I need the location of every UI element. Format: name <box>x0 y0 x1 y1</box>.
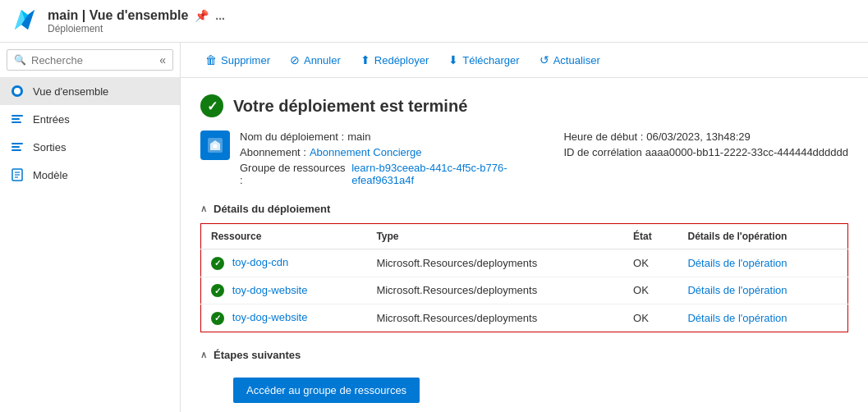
svg-rect-6 <box>11 118 20 120</box>
details-section-header[interactable]: ∧ Détails du déploiement <box>200 203 848 215</box>
collapse-button[interactable]: « <box>159 53 166 66</box>
search-icon: 🔍 <box>14 54 26 66</box>
sidebar-item-template-label: Modèle <box>33 169 68 181</box>
state-cell: OK <box>623 249 677 277</box>
deployment-name-value: main <box>347 130 370 143</box>
deployment-name-label: Nom du déploiement : <box>240 130 344 143</box>
svg-rect-8 <box>11 143 23 144</box>
deployment-success-banner: ✓ Votre déploiement est terminé <box>200 94 848 117</box>
search-input[interactable] <box>31 54 154 66</box>
details-chevron-icon: ∧ <box>200 204 207 214</box>
resource-group-link[interactable]: learn-b93ceeab-441c-4f5c-b776-efeaf9631a… <box>351 162 563 186</box>
download-label: Télécharger <box>462 54 519 66</box>
type-cell: Microsoft.Resources/deployments <box>366 304 623 332</box>
page-subtitle: Déploiement <box>48 23 225 34</box>
operation-link[interactable]: Détails de l'opération <box>687 312 787 324</box>
cancel-button[interactable]: ⊘ Annuler <box>282 49 349 71</box>
type-cell: Microsoft.Resources/deployments <box>366 249 623 277</box>
cancel-label: Annuler <box>304 54 341 66</box>
correlation-id-value: aaaa0000-bb11-2222-33cc-444444dddddd <box>645 146 848 158</box>
operation-cell: Détails de l'opération <box>677 304 847 332</box>
operation-cell: Détails de l'opération <box>677 277 847 304</box>
overview-icon <box>10 84 25 98</box>
content-area: ✓ Votre déploiement est terminé Nom du d… <box>181 78 868 412</box>
row-status-icon: ✓ <box>211 312 224 325</box>
start-time-row: Heure de début : 06/03/2023, 13h48:29 <box>563 130 848 143</box>
row-status-icon: ✓ <box>211 257 224 270</box>
start-time-label: Heure de début : <box>563 130 643 143</box>
main-content: 🗑 Supprimer ⊘ Annuler ⬆ Redéployer ⬇ Tél… <box>181 43 868 412</box>
toolbar: 🗑 Supprimer ⊘ Annuler ⬆ Redéployer ⬇ Tél… <box>181 43 868 78</box>
delete-label: Supprimer <box>221 54 270 66</box>
next-steps-title: Étapes suivantes <box>214 349 301 361</box>
layout: 🔍 « Vue d'ensemble Entrées <box>0 43 868 412</box>
col-type: Type <box>366 224 623 249</box>
deployment-name-row: Nom du déploiement : main <box>240 130 563 143</box>
sidebar-item-overview[interactable]: Vue d'ensemble <box>0 77 180 105</box>
operation-cell: Détails de l'opération <box>677 249 847 277</box>
download-button[interactable]: ⬇ Télécharger <box>440 49 527 71</box>
refresh-icon: ↺ <box>540 53 549 66</box>
sidebar-item-inputs[interactable]: Entrées <box>0 105 180 133</box>
col-resource: Ressource <box>201 224 367 249</box>
redeploy-button[interactable]: ⬆ Redéployer <box>352 49 438 71</box>
resource-link[interactable]: toy-dog-website <box>232 284 308 296</box>
deployment-meta-right: Heure de début : 06/03/2023, 13h48:29 ID… <box>563 130 848 158</box>
resource-group-label: Groupe de ressources : <box>240 162 348 186</box>
resource-cell: ✓ toy-dog-website <box>201 277 367 304</box>
table-row: ✓ toy-dog-website Microsoft.Resources/de… <box>201 277 848 304</box>
resource-cell: ✓ toy-dog-website <box>201 304 367 332</box>
refresh-button[interactable]: ↺ Actualiser <box>531 49 609 71</box>
correlation-id-row: ID de corrélation aaaa0000-bb11-2222-33c… <box>563 146 848 158</box>
row-status-icon: ✓ <box>211 284 224 297</box>
details-section-title: Détails du déploiement <box>214 203 330 215</box>
table-row: ✓ toy-dog-website Microsoft.Resources/de… <box>201 304 848 332</box>
more-icon[interactable]: ... <box>215 9 225 22</box>
col-operation: Détails de l'opération <box>677 224 847 249</box>
sidebar-item-outputs[interactable]: Sorties <box>0 133 180 161</box>
resource-link[interactable]: toy-dog-cdn <box>232 256 289 268</box>
deployment-table: Ressource Type État Détails de l'opérati… <box>200 223 848 332</box>
delete-button[interactable]: 🗑 Supprimer <box>197 49 278 71</box>
header-title-group: main | Vue d'ensemble 📌 ... Déploiement <box>48 8 225 34</box>
svg-rect-10 <box>11 149 21 151</box>
state-cell: OK <box>623 277 677 304</box>
resource-cell: ✓ toy-dog-cdn <box>201 249 367 277</box>
outputs-icon <box>10 140 25 154</box>
subscription-link[interactable]: Abonnement Concierge <box>310 146 422 158</box>
deployment-meta-left: Nom du déploiement : main Abonnement : A… <box>240 130 563 186</box>
subscription-row: Abonnement : Abonnement Concierge <box>240 146 563 158</box>
svg-point-16 <box>214 144 218 149</box>
sidebar-item-template[interactable]: Modèle <box>0 161 180 189</box>
pin-icon[interactable]: 📌 <box>195 9 209 22</box>
search-box[interactable]: 🔍 « <box>7 49 173 71</box>
next-steps-section-header[interactable]: ∧ Étapes suivantes <box>200 349 848 361</box>
start-time-value: 06/03/2023, 13h48:29 <box>646 130 751 143</box>
top-header: main | Vue d'ensemble 📌 ... Déploiement <box>0 0 868 43</box>
next-steps-section: ∧ Étapes suivantes Accéder au groupe de … <box>200 349 848 403</box>
resource-link[interactable]: toy-dog-website <box>232 311 308 323</box>
next-steps-chevron-icon: ∧ <box>200 350 207 360</box>
download-icon: ⬇ <box>448 53 458 66</box>
template-icon <box>10 167 25 182</box>
sidebar: 🔍 « Vue d'ensemble Entrées <box>0 43 181 412</box>
sidebar-item-overview-label: Vue d'ensemble <box>33 85 108 98</box>
access-resource-group-button[interactable]: Accéder au groupe de ressources <box>233 378 420 403</box>
operation-link[interactable]: Détails de l'opération <box>687 284 787 296</box>
resource-group-row: Groupe de ressources : learn-b93ceeab-44… <box>240 162 563 186</box>
page-title: main | Vue d'ensemble <box>48 8 188 23</box>
redeploy-label: Redéployer <box>374 54 429 66</box>
state-cell: OK <box>623 304 677 332</box>
redeploy-icon: ⬆ <box>361 53 370 66</box>
cancel-icon: ⊘ <box>290 53 300 66</box>
operation-link[interactable]: Détails de l'opération <box>687 257 787 269</box>
table-header-row: Ressource Type État Détails de l'opérati… <box>201 224 848 249</box>
table-row: ✓ toy-dog-cdn Microsoft.Resources/deploy… <box>201 249 848 277</box>
sidebar-item-outputs-label: Sorties <box>33 141 66 153</box>
sidebar-nav: Vue d'ensemble Entrées Sorties <box>0 77 180 412</box>
svg-rect-7 <box>11 121 21 123</box>
azure-logo <box>13 7 39 35</box>
deployment-info-row: Nom du déploiement : main Abonnement : A… <box>200 130 848 186</box>
deployment-success-title: Votre déploiement est terminé <box>233 97 467 116</box>
refresh-label: Actualiser <box>553 54 600 66</box>
